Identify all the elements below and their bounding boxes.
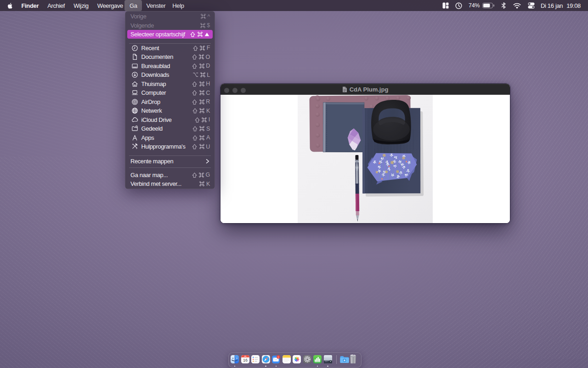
svg-text:1: 1 bbox=[278, 356, 279, 358]
svg-text:JAN: JAN bbox=[244, 356, 246, 357]
svg-text:16: 16 bbox=[243, 358, 247, 362]
